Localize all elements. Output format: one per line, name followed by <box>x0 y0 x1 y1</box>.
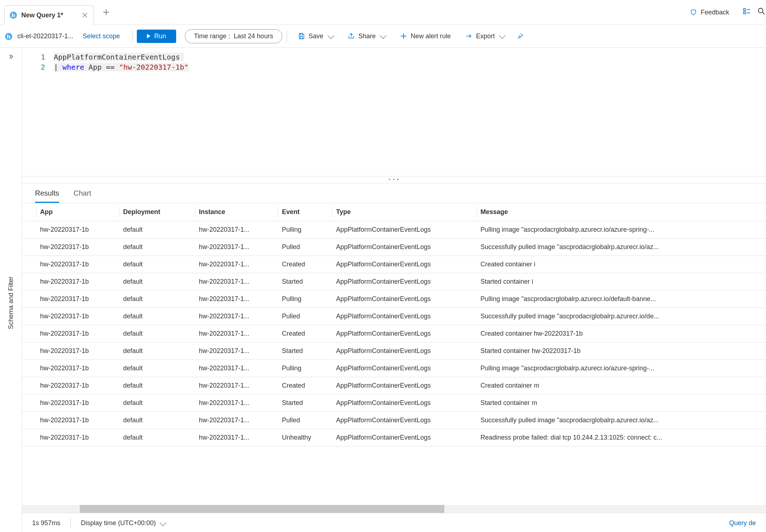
expand-cell[interactable] <box>22 377 36 394</box>
schema-filter-label[interactable]: Schema and Filter <box>7 276 15 329</box>
scrollbar-thumb[interactable] <box>80 505 444 513</box>
results-table: App Deployment Instance Event Type Messa… <box>22 203 766 446</box>
cell-type: AppPlatformContainerEventLogs <box>332 412 477 429</box>
search-icon[interactable] <box>757 7 766 17</box>
svg-rect-2 <box>14 14 15 17</box>
cell-instance: hw-20220317-1... <box>195 239 278 256</box>
results-tabs: Results Chart <box>22 183 766 203</box>
table-row[interactable]: hw-20220317-1bdefaulthw-20220317-1...Pul… <box>22 360 766 377</box>
query-duration: 1s 957ms <box>32 519 60 527</box>
cell-type: AppPlatformContainerEventLogs <box>332 291 477 308</box>
new-tab-button[interactable] <box>99 5 113 19</box>
expand-cell[interactable] <box>22 394 36 412</box>
table-row[interactable]: hw-20220317-1bdefaulthw-20220317-1...Sta… <box>22 394 766 412</box>
expand-cell[interactable] <box>22 429 36 446</box>
export-icon <box>465 32 473 40</box>
run-label: Run <box>154 32 166 40</box>
cell-deployment: default <box>119 308 195 325</box>
expand-cell[interactable] <box>22 308 36 325</box>
cell-event: Pulled <box>278 412 332 429</box>
query-editor[interactable]: 1 AppPlatformContainerEventLogs 2 | wher… <box>22 48 766 176</box>
cell-deployment: default <box>119 325 195 343</box>
svg-rect-7 <box>744 9 746 11</box>
pin-button[interactable] <box>513 32 527 40</box>
select-scope-link[interactable]: Select scope <box>75 32 128 40</box>
cell-event: Started <box>278 273 332 291</box>
expand-cell[interactable] <box>22 273 36 291</box>
save-button[interactable]: Save <box>291 32 340 40</box>
expand-cell[interactable] <box>22 325 36 343</box>
main-column: 1 AppPlatformContainerEventLogs 2 | wher… <box>22 48 766 532</box>
table-row[interactable]: hw-20220317-1bdefaulthw-20220317-1...Unh… <box>22 429 766 446</box>
table-row[interactable]: hw-20220317-1bdefaulthw-20220317-1...Pul… <box>22 221 766 239</box>
share-button[interactable]: Share <box>341 32 392 40</box>
column-header-message[interactable]: Message <box>477 203 766 221</box>
query-details-link[interactable]: Query de <box>729 519 756 527</box>
horizontal-scrollbar[interactable] <box>22 505 766 513</box>
column-header-event[interactable]: Event <box>278 203 332 221</box>
divider <box>70 518 71 528</box>
queries-panel-icon[interactable] <box>738 7 756 17</box>
cell-instance: hw-20220317-1... <box>195 429 278 446</box>
time-range-label: Time range : <box>194 32 230 40</box>
expand-cell[interactable] <box>22 256 36 273</box>
table-row[interactable]: hw-20220317-1bdefaulthw-20220317-1...Cre… <box>22 325 766 343</box>
tab-chart[interactable]: Chart <box>74 189 91 203</box>
column-header-type[interactable]: Type <box>332 203 477 221</box>
share-icon <box>348 32 355 40</box>
svg-line-12 <box>762 12 765 14</box>
cell-message: Readiness probe failed: dial tcp 10.244.… <box>477 429 766 446</box>
scope-name[interactable]: cli-et-20220317-1... <box>17 32 73 40</box>
column-header-app[interactable]: App <box>36 203 119 221</box>
expand-cell[interactable] <box>22 239 36 256</box>
expand-cell[interactable] <box>22 360 36 377</box>
table-row[interactable]: hw-20220317-1bdefaulthw-20220317-1...Pul… <box>22 291 766 308</box>
splitter-handle[interactable]: • • • <box>22 176 766 183</box>
expand-cell[interactable] <box>22 221 36 239</box>
chevron-down-icon <box>499 32 505 39</box>
export-button[interactable]: Export <box>459 32 511 40</box>
cell-message: Successfully pulled image "ascprodacrglo… <box>477 412 766 429</box>
cell-event: Pulled <box>278 239 332 256</box>
cell-message: Created container m <box>477 377 766 394</box>
cell-instance: hw-20220317-1... <box>195 343 278 360</box>
expand-cell[interactable] <box>22 291 36 308</box>
cell-message: Pulling image "ascprodacrglobalrp.azurec… <box>477 221 766 239</box>
new-alert-rule-button[interactable]: New alert rule <box>393 32 457 40</box>
close-icon[interactable] <box>81 12 88 19</box>
column-header-deployment[interactable]: Deployment <box>119 203 195 221</box>
run-button[interactable]: Run <box>137 30 176 43</box>
table-row[interactable]: hw-20220317-1bdefaulthw-20220317-1...Sta… <box>22 273 766 291</box>
body: Schema and Filter 1 AppPlatformContainer… <box>0 48 766 532</box>
expand-cell[interactable] <box>22 343 36 360</box>
table-row[interactable]: hw-20220317-1bdefaulthw-20220317-1...Cre… <box>22 377 766 394</box>
expand-cell[interactable] <box>22 412 36 429</box>
table-row[interactable]: hw-20220317-1bdefaulthw-20220317-1...Cre… <box>22 256 766 273</box>
feedback-button[interactable]: Feedback <box>683 9 736 16</box>
table-row[interactable]: hw-20220317-1bdefaulthw-20220317-1...Pul… <box>22 412 766 429</box>
cell-message: Created container hw-20220317-1b <box>477 325 766 343</box>
cell-type: AppPlatformContainerEventLogs <box>332 429 477 446</box>
expand-panel-icon[interactable] <box>8 53 14 60</box>
cell-event: Pulling <box>278 360 332 377</box>
cell-instance: hw-20220317-1... <box>195 256 278 273</box>
cell-event: Started <box>278 343 332 360</box>
table-row[interactable]: hw-20220317-1bdefaulthw-20220317-1...Pul… <box>22 239 766 256</box>
table-header-row: App Deployment Instance Event Type Messa… <box>22 203 766 221</box>
feedback-label: Feedback <box>701 9 729 16</box>
table-row[interactable]: hw-20220317-1bdefaulthw-20220317-1...Sta… <box>22 343 766 360</box>
svg-rect-1 <box>12 13 13 17</box>
logs-icon <box>9 11 18 19</box>
time-range-picker[interactable]: Time range : Last 24 hours <box>185 29 282 43</box>
cell-event: Pulling <box>278 221 332 239</box>
table-row[interactable]: hw-20220317-1bdefaulthw-20220317-1...Pul… <box>22 308 766 325</box>
cell-type: AppPlatformContainerEventLogs <box>332 273 477 291</box>
svg-point-11 <box>758 8 763 13</box>
column-header-instance[interactable]: Instance <box>195 203 278 221</box>
cell-deployment: default <box>119 412 195 429</box>
code-keyword: where <box>62 63 84 71</box>
display-time-button[interactable]: Display time (UTC+00:00) <box>81 519 165 527</box>
tab-results[interactable]: Results <box>35 189 59 203</box>
schema-filter-rail: Schema and Filter <box>0 48 22 532</box>
query-tab-active[interactable]: New Query 1* <box>4 5 94 25</box>
